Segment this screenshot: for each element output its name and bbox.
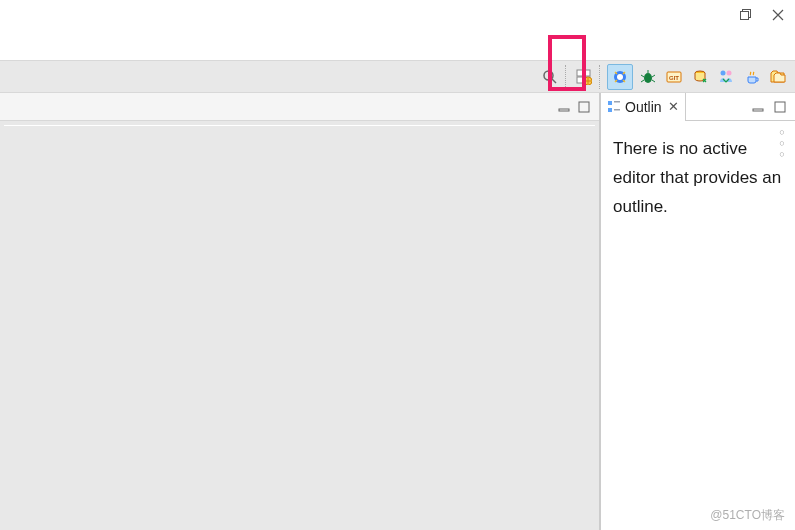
restore-window-button[interactable]	[739, 8, 753, 22]
svg-point-10	[617, 74, 623, 80]
svg-rect-1	[741, 12, 749, 20]
window-controls	[739, 0, 785, 30]
perspective-java[interactable]	[741, 66, 763, 88]
outline-view: Outlin ✕ ○○○ There is no active editor t…	[600, 93, 795, 530]
perspective-debug[interactable]	[637, 66, 659, 88]
svg-line-15	[641, 80, 644, 82]
svg-text:GIT: GIT	[669, 75, 679, 81]
outline-tab[interactable]: Outlin ✕	[601, 93, 686, 121]
toolbar-separator	[599, 65, 603, 89]
svg-point-11	[644, 73, 652, 83]
svg-rect-25	[614, 101, 620, 103]
svg-rect-27	[614, 109, 620, 111]
editor-maximize-button[interactable]	[577, 100, 591, 114]
svg-line-14	[652, 75, 655, 77]
svg-rect-23	[579, 102, 589, 112]
svg-rect-26	[608, 108, 612, 112]
perspective-resource[interactable]	[767, 66, 789, 88]
view-menu-icon[interactable]: ○○○	[777, 127, 787, 160]
outline-icon	[607, 100, 621, 114]
outline-tabbar: Outlin ✕	[601, 93, 795, 121]
outline-empty-message: There is no active editor that provides …	[613, 135, 783, 222]
svg-rect-22	[559, 109, 569, 111]
svg-rect-29	[775, 102, 785, 112]
outline-maximize-button[interactable]	[773, 100, 787, 114]
editor-minimize-button[interactable]	[557, 100, 571, 114]
perspective-git[interactable]: GIT	[663, 66, 685, 88]
svg-rect-28	[753, 109, 763, 111]
svg-rect-24	[608, 101, 612, 105]
editor-area	[0, 93, 600, 530]
svg-line-16	[652, 80, 655, 82]
outline-tab-controls	[686, 100, 795, 114]
svg-point-21	[727, 70, 732, 75]
svg-point-20	[721, 70, 726, 75]
perspective-team-sync[interactable]	[715, 66, 737, 88]
workspace: Outlin ✕ ○○○ There is no active editor t…	[0, 93, 795, 530]
outline-tab-label: Outlin	[625, 99, 662, 115]
outline-body: ○○○ There is no active editor that provi…	[601, 121, 795, 530]
annotation-highlight	[548, 35, 586, 91]
editor-tabbar	[0, 93, 599, 121]
svg-line-13	[641, 75, 644, 77]
title-bar-area	[0, 0, 795, 60]
close-window-button[interactable]	[771, 8, 785, 22]
editor-body	[4, 125, 595, 526]
close-icon[interactable]: ✕	[666, 99, 679, 114]
outline-minimize-button[interactable]	[751, 100, 765, 114]
perspective-java-ee[interactable]	[607, 64, 633, 90]
main-toolbar: GIT	[0, 60, 795, 93]
perspective-svn-repo[interactable]	[689, 66, 711, 88]
